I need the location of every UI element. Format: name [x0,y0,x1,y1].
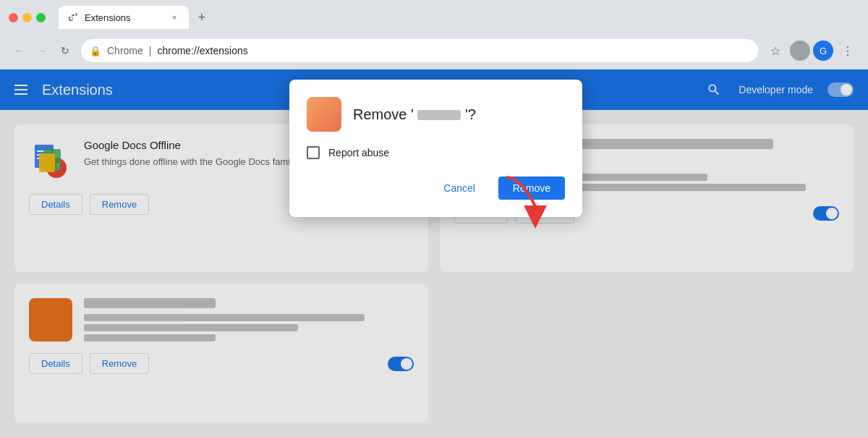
tab-close-button[interactable]: × [169,12,180,23]
reload-button[interactable]: ↻ [55,41,75,61]
forward-button[interactable]: → [32,41,52,61]
close-window-button[interactable] [9,13,18,22]
back-button[interactable]: ← [9,41,29,61]
dialog-title: Remove ' '? [353,106,476,123]
nav-buttons: ← → ↻ [9,41,75,61]
dialog-title-suffix: '? [465,106,476,122]
remove-dialog: Remove ' '? Report abuse Cancel Remove [289,80,582,217]
dialog-checkbox-row: Report abuse [307,146,565,159]
address-url: chrome://extensions [157,45,247,56]
title-bar: Extensions × + [0,0,868,32]
bookmark-button[interactable]: ☆ [764,39,787,62]
dialog-title-prefix: Remove ' [353,106,414,122]
browser-chrome: Extensions × + ← → ↻ 🔒 Chrome | chrome:/… [0,0,868,69]
active-tab[interactable]: Extensions × [59,6,189,29]
tab-bar: Extensions × + [59,6,859,29]
new-tab-button[interactable]: + [192,7,212,27]
tab-title: Extensions [85,12,131,23]
report-abuse-label: Report abuse [328,147,389,158]
dialog-header: Remove ' '? [307,97,565,132]
address-separator: | [149,45,152,56]
address-bar[interactable]: 🔒 Chrome | chrome://extensions [81,39,758,62]
lock-icon: 🔒 [90,46,101,56]
report-abuse-checkbox[interactable] [307,146,320,159]
traffic-lights [9,13,46,22]
minimize-window-button[interactable] [22,13,32,22]
dialog-ext-icon [307,97,341,132]
profile-avatar[interactable] [790,41,810,61]
cancel-button[interactable]: Cancel [429,177,490,200]
dialog-buttons: Cancel Remove [307,177,565,200]
remove-button[interactable]: Remove [498,177,565,200]
menu-button[interactable]: ⋮ [836,39,859,62]
maximize-window-button[interactable] [36,13,46,22]
address-bar-row: ← → ↻ 🔒 Chrome | chrome://extensions ☆ G… [0,32,868,69]
extensions-tab-icon [67,12,79,23]
dialog-ext-name-blur [417,110,461,120]
toolbar-right: ☆ G ⋮ [764,39,859,62]
address-domain: Chrome [107,45,143,56]
account-button[interactable]: G [813,41,833,61]
